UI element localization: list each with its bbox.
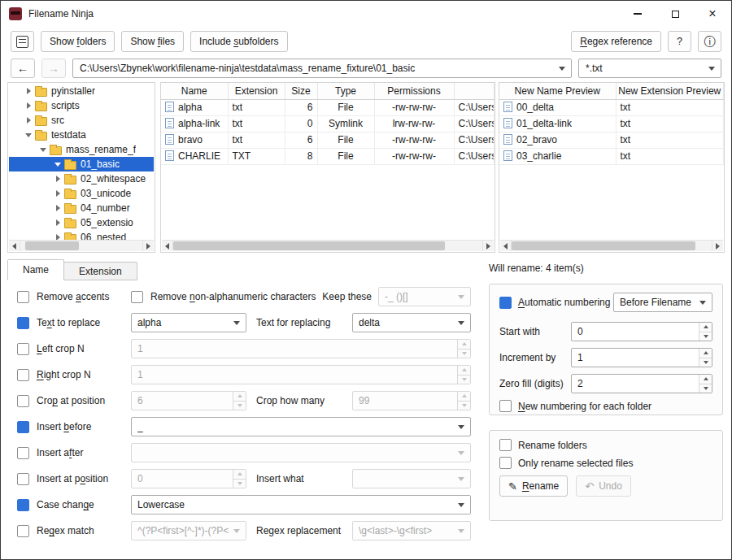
scroll-left-button[interactable] — [162, 241, 173, 251]
show-folders-button[interactable]: Show folders — [41, 31, 115, 52]
scrollbar-thumb[interactable] — [25, 241, 79, 250]
path-combobox[interactable]: C:\Users\Zbynek\work\filename-ninja\test… — [72, 59, 572, 78]
show-files-button[interactable]: Show files — [121, 31, 184, 52]
collapse-arrow-icon[interactable] — [24, 133, 33, 137]
scroll-right-button[interactable] — [712, 241, 723, 251]
zero-fill-spinbox[interactable]: 2 — [571, 374, 712, 393]
expand-arrow-icon[interactable] — [53, 176, 63, 182]
table-row[interactable]: alpha-link txt 0 Symlink lrw-rw-rw- C:\U… — [161, 115, 495, 132]
right-crop-spinbox[interactable]: 1 — [131, 365, 471, 384]
tree-item-04-number[interactable]: 04_number — [9, 201, 154, 215]
tree-item-pyinstaller[interactable]: pyinstaller — [9, 84, 154, 98]
column-header-name[interactable]: Name — [161, 83, 228, 99]
per-folder-numbering-checkbox[interactable] — [499, 400, 512, 412]
tree-item-src[interactable]: src — [9, 113, 154, 128]
horizontal-scrollbar[interactable] — [162, 240, 494, 251]
column-header-new-name[interactable]: New Name Preview — [499, 83, 616, 99]
tree-item-01-basic[interactable]: 01_basic — [9, 157, 154, 171]
undo-button[interactable]: ↶ Undo — [576, 475, 631, 497]
regex-replacement-combobox[interactable]: \g<last>-\g<first> — [352, 521, 471, 540]
insert-at-position-label[interactable]: Insert at position — [37, 473, 126, 484]
tab-extension[interactable]: Extension — [64, 262, 137, 280]
spin-down-button[interactable] — [458, 349, 470, 358]
spin-up-button[interactable] — [233, 392, 246, 402]
case-change-checkbox[interactable] — [17, 499, 29, 511]
crop-at-position-checkbox[interactable] — [17, 395, 29, 407]
spin-down-button[interactable] — [699, 384, 712, 393]
include-subfolders-button[interactable]: Include subfolders — [190, 31, 287, 52]
collapse-arrow-icon[interactable] — [38, 148, 48, 152]
scrollbar-track[interactable] — [20, 241, 142, 251]
insert-before-checkbox[interactable] — [17, 421, 29, 433]
insert-what-combobox[interactable] — [352, 469, 471, 488]
only-selected-label[interactable]: Only rename selected files — [518, 458, 633, 469]
expand-arrow-icon[interactable] — [24, 88, 33, 94]
spin-up-button[interactable] — [458, 366, 470, 376]
column-header-extension[interactable]: Extension — [228, 83, 285, 99]
expand-arrow-icon[interactable] — [24, 117, 33, 124]
insert-after-combobox[interactable] — [131, 443, 471, 462]
scrollbar-thumb[interactable] — [512, 241, 695, 250]
expand-arrow-icon[interactable] — [53, 190, 63, 197]
remove-nonalphanumeric-label[interactable]: Remove non-alphanumeric characters — [150, 291, 316, 302]
crop-at-position-label[interactable]: Crop at position — [37, 395, 126, 406]
table-row[interactable]: bravo txt 6 File -rw-rw-rw- C:\Users\ — [161, 132, 495, 148]
expand-arrow-icon[interactable] — [53, 219, 63, 226]
column-header-path[interactable] — [454, 83, 495, 99]
rename-folders-label[interactable]: Rename folders — [518, 440, 587, 451]
minimize-button[interactable] — [619, 1, 656, 27]
expand-arrow-icon[interactable] — [53, 205, 63, 211]
expand-arrow-icon[interactable] — [53, 234, 63, 240]
tree-item-03-unicode[interactable]: 03_unicode — [9, 186, 154, 201]
spin-up-button[interactable] — [699, 323, 712, 332]
right-crop-label[interactable]: Right crop N — [37, 369, 126, 380]
left-crop-checkbox[interactable] — [17, 343, 29, 355]
table-row[interactable]: alpha txt 6 File -rw-rw-rw- C:\Users\ — [161, 99, 495, 115]
insert-before-label[interactable]: Insert before — [37, 421, 126, 432]
insert-at-position-spinbox[interactable]: 0 — [131, 469, 246, 488]
insert-at-position-checkbox[interactable] — [17, 473, 29, 485]
crop-how-many-spinbox[interactable]: 99 — [352, 391, 471, 410]
spin-down-button[interactable] — [233, 480, 246, 488]
back-button[interactable]: ← — [11, 59, 35, 78]
spin-up-button[interactable] — [699, 375, 712, 384]
close-button[interactable]: × — [694, 1, 731, 27]
expand-arrow-icon[interactable] — [24, 102, 33, 109]
scroll-left-button[interactable] — [500, 241, 512, 251]
maximize-button[interactable] — [656, 1, 694, 27]
collapse-arrow-icon[interactable] — [53, 163, 63, 167]
text-to-replace-combobox[interactable]: alpha — [131, 313, 246, 332]
spin-down-button[interactable] — [458, 402, 470, 410]
spin-up-button[interactable] — [233, 470, 246, 480]
rename-folders-checkbox[interactable] — [499, 439, 512, 451]
remove-accents-checkbox[interactable] — [17, 291, 29, 303]
table-row[interactable]: 02_bravo txt — [499, 132, 724, 148]
regex-match-checkbox[interactable] — [17, 525, 29, 537]
remove-accents-label[interactable]: Remove accents — [37, 291, 126, 302]
filter-combobox[interactable]: *.txt — [578, 59, 721, 78]
spin-up-button[interactable] — [458, 340, 470, 349]
table-row[interactable]: 00_delta txt — [499, 99, 724, 115]
regex-match-label[interactable]: Regex match — [37, 525, 126, 536]
help-button[interactable]: ? — [668, 31, 691, 52]
tree-item-mass-rename-fixture[interactable]: mass_rename_f — [9, 142, 154, 157]
per-folder-numbering-label[interactable]: New numbering for each folder — [518, 401, 651, 412]
tree-item-scripts[interactable]: scripts — [9, 98, 154, 113]
scroll-left-button[interactable] — [9, 241, 20, 251]
automatic-numbering-checkbox[interactable] — [499, 297, 512, 309]
crop-at-position-spinbox[interactable]: 6 — [131, 391, 246, 410]
scrollbar-thumb[interactable] — [173, 241, 445, 250]
column-header-size[interactable]: Size — [285, 83, 317, 99]
menu-button[interactable] — [11, 31, 34, 52]
remove-nonalphanumeric-checkbox[interactable] — [131, 291, 143, 303]
regex-match-combobox[interactable]: ^(?P<first>[^-]*)-(?P< — [131, 521, 246, 540]
scrollbar-track[interactable] — [512, 241, 712, 251]
text-for-replacing-combobox[interactable]: delta — [352, 313, 471, 332]
table-row[interactable]: 03_charlie txt — [499, 148, 724, 164]
column-header-permissions[interactable]: Permissions — [374, 83, 454, 99]
forward-button[interactable]: → — [41, 59, 66, 78]
spin-up-button[interactable] — [699, 349, 712, 358]
keep-these-combobox[interactable]: -_ ()[] — [378, 287, 471, 306]
automatic-numbering-label[interactable]: Automatic numbering — [518, 297, 610, 308]
tree-item-05-extension[interactable]: 05_extensio — [9, 215, 154, 230]
